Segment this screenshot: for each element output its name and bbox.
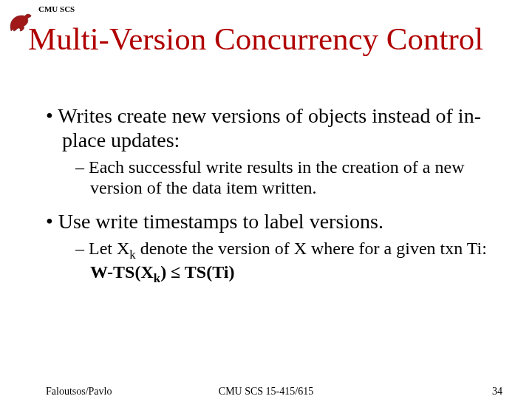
bullet-1-sub-text: Each successful write results in the cre… xyxy=(89,157,464,197)
footer-page-number: 34 xyxy=(492,386,502,398)
slide-body: Writes create new versions of objects in… xyxy=(46,103,502,296)
slide-title: Multi-Version Concurrency Control xyxy=(28,21,483,57)
slide: CMU SCS Multi-Version Concurrency Contro… xyxy=(0,0,532,399)
bullet-1-text: Writes create new versions of objects in… xyxy=(58,104,481,151)
bullet-2-sub-prefix: Let X xyxy=(89,239,129,258)
bullet-1: Writes create new versions of objects in… xyxy=(46,103,502,152)
bullet-2: Use write timestamps to label versions. xyxy=(46,209,502,233)
bullet-2-sub: – Let Xk denote the version of X where f… xyxy=(46,238,502,286)
subscript-k-2: k xyxy=(154,271,160,285)
bullet-1-sub: – Each successful write results in the c… xyxy=(46,157,502,199)
bullet-2-bold-1: W-TS(X xyxy=(90,262,154,282)
bullet-2-text: Use write timestamps to label versions. xyxy=(58,210,383,233)
header-label: CMU SCS xyxy=(38,4,75,13)
bullet-2-bold-2: ) ≤ TS(Ti) xyxy=(160,262,234,282)
bullet-2-sub-mid: denote the version of X where for a give… xyxy=(136,239,487,258)
footer-course: CMU SCS 15-415/615 xyxy=(0,386,532,398)
subscript-k-1: k xyxy=(129,248,135,262)
